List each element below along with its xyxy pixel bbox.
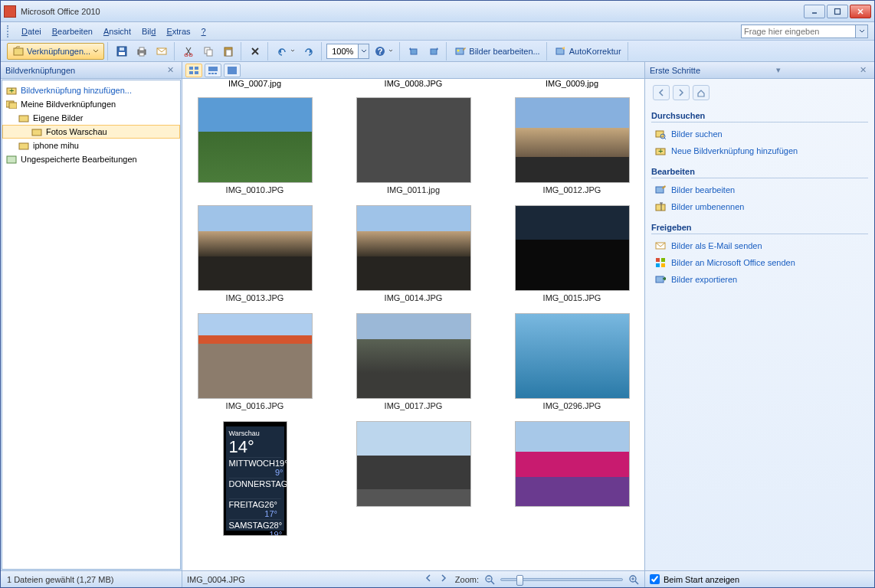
thumbnail[interactable]: IMG_0016.JPG bbox=[184, 310, 326, 413]
copy-icon bbox=[202, 45, 215, 57]
thumbnail[interactable]: IMG_0013.JPG bbox=[184, 202, 326, 305]
help-dropdown[interactable] bbox=[856, 24, 868, 38]
svg-rect-8 bbox=[139, 53, 144, 56]
zoom-slider-handle[interactable] bbox=[516, 575, 523, 586]
thumbnail[interactable]: IMG_0010.JPG bbox=[184, 94, 326, 198]
thumb-image bbox=[515, 97, 630, 183]
thumb-image bbox=[515, 313, 630, 399]
minimize-button[interactable] bbox=[804, 5, 825, 18]
rotate-right-button[interactable] bbox=[424, 43, 443, 60]
svg-rect-35 bbox=[208, 67, 218, 71]
thumbnail[interactable]: IMG_0296.JPG bbox=[501, 310, 643, 413]
rotate-left-button[interactable] bbox=[405, 43, 423, 60]
thumb-label: IMG_0007.jpg bbox=[184, 79, 326, 88]
warsaw-folder-node[interactable]: Fotos Warschau bbox=[2, 125, 180, 139]
left-panel-title: Bildverknüpfungen ✕ bbox=[1, 62, 182, 79]
undo-button[interactable] bbox=[273, 43, 298, 60]
titlebar: Microsoft Office 2010 bbox=[1, 1, 874, 22]
thumb-image bbox=[198, 205, 313, 291]
autocorrect-button[interactable]: AutoKorrektur bbox=[552, 43, 624, 60]
thumbnail[interactable]: Warschau 14° MITTWOCH19° 9° DONNERSTAG22… bbox=[184, 418, 326, 539]
new-shortcut-link[interactable]: +Neue Bildverknüpfung hinzufügen bbox=[651, 142, 868, 159]
back-button[interactable] bbox=[653, 85, 670, 100]
menu-help[interactable]: ? bbox=[196, 25, 211, 38]
thumbnail[interactable]: IMG_0014.JPG bbox=[342, 202, 484, 305]
shortcuts-tree: + Bildverknüpfung hinzufügen... Meine Bi… bbox=[2, 80, 181, 570]
copy-button[interactable] bbox=[199, 43, 218, 60]
add-shortcut-link[interactable]: + Bildverknüpfung hinzufügen... bbox=[2, 83, 180, 97]
zoom-dropdown[interactable] bbox=[358, 44, 369, 58]
thumbnail[interactable] bbox=[342, 418, 484, 539]
zoom-slider[interactable] bbox=[500, 578, 623, 581]
shortcuts-button[interactable]: Verknüpfungen... bbox=[7, 43, 104, 60]
prev-button[interactable] bbox=[424, 574, 435, 585]
status-bar: IMG_0004.JPG Zoom: bbox=[182, 570, 644, 587]
svg-rect-30 bbox=[7, 156, 16, 163]
edit-icon bbox=[454, 45, 467, 57]
close-panel-button[interactable]: ✕ bbox=[164, 65, 177, 75]
thumbnail[interactable] bbox=[501, 418, 643, 539]
svg-rect-27 bbox=[19, 116, 28, 122]
zoom-label: Zoom: bbox=[455, 575, 479, 584]
redo-button[interactable] bbox=[300, 43, 318, 60]
my-shortcuts-node[interactable]: Meine Bildverknüpfungen bbox=[2, 97, 180, 111]
menu-ansicht[interactable]: Ansicht bbox=[98, 25, 136, 38]
delete-button[interactable] bbox=[246, 43, 264, 60]
close-button[interactable] bbox=[850, 5, 871, 18]
email-pictures-link[interactable]: Bilder als E-Mail senden bbox=[651, 237, 868, 254]
thumbnail[interactable]: IMG_0015.JPG bbox=[501, 202, 643, 305]
iphone-node[interactable]: iphone mihu bbox=[2, 139, 180, 152]
thumbnail[interactable]: IMG_0012.JPG bbox=[501, 94, 643, 198]
thumbnail[interactable]: IMG_0017.JPG bbox=[342, 310, 484, 413]
svg-rect-15 bbox=[226, 50, 231, 56]
thumb-image bbox=[356, 97, 471, 183]
zoom-in-button[interactable] bbox=[628, 573, 640, 586]
thumbnail[interactable]: IMG_0011.jpg bbox=[342, 94, 484, 198]
menu-bearbeiten[interactable]: Bearbeiten bbox=[47, 25, 98, 38]
paste-button[interactable] bbox=[219, 43, 238, 60]
help-button[interactable]: ? bbox=[371, 43, 396, 60]
mail-button[interactable] bbox=[152, 43, 171, 60]
maximize-button[interactable] bbox=[827, 5, 848, 18]
save-button[interactable] bbox=[113, 43, 131, 60]
unsaved-edits-node[interactable]: Ungespeicherte Bearbeitungen bbox=[2, 152, 180, 166]
unsaved-icon bbox=[5, 154, 18, 165]
thumb-label: IMG_0008.JPG bbox=[342, 79, 484, 88]
export-pictures-link[interactable]: Bilder exportieren bbox=[651, 271, 868, 288]
thumbnail-area[interactable]: IMG_0007.jpg IMG_0008.JPG IMG_0009.jpg I… bbox=[182, 79, 644, 570]
toolbar: Verknüpfungen... 100% ? Bilder be bbox=[1, 41, 874, 62]
edit-pictures-button[interactable]: Bilder bearbeiten... bbox=[451, 43, 542, 60]
print-button[interactable] bbox=[133, 43, 151, 60]
autocorrect-icon bbox=[555, 45, 567, 57]
close-right-panel-button[interactable]: ✕ bbox=[857, 65, 870, 75]
home-button[interactable] bbox=[693, 85, 710, 100]
send-office-link[interactable]: Bilder an Microsoft Office senden bbox=[651, 254, 868, 271]
svg-point-21 bbox=[457, 49, 460, 51]
thumb-image bbox=[356, 205, 471, 291]
zoom-out-button[interactable] bbox=[483, 573, 496, 586]
thumbnails-view-button[interactable] bbox=[185, 64, 202, 77]
cut-button[interactable] bbox=[179, 43, 198, 60]
section-share: Freigeben bbox=[651, 223, 868, 234]
menu-bild[interactable]: Bild bbox=[136, 25, 161, 38]
mail-icon bbox=[156, 45, 168, 57]
menu-extras[interactable]: Extras bbox=[161, 25, 195, 38]
panel-menu-button[interactable]: ▾ bbox=[773, 65, 784, 75]
forward-button[interactable] bbox=[673, 85, 690, 100]
rename-pictures-link[interactable]: Bilder umbenennen bbox=[651, 198, 868, 215]
edit-pictures-link[interactable]: Bilder bearbeiten bbox=[651, 181, 868, 198]
next-button[interactable] bbox=[440, 574, 451, 585]
search-pictures-link[interactable]: Bilder suchen bbox=[651, 126, 868, 142]
filmstrip-view-button[interactable] bbox=[205, 64, 221, 77]
thumb-image bbox=[198, 313, 313, 399]
show-on-start-checkbox[interactable] bbox=[650, 574, 660, 584]
zoom-input[interactable]: 100% bbox=[326, 44, 369, 59]
mail-icon bbox=[654, 240, 667, 252]
help-search-input[interactable] bbox=[741, 24, 856, 38]
undo-icon bbox=[276, 45, 288, 57]
svg-rect-18 bbox=[411, 49, 417, 54]
single-view-button[interactable] bbox=[224, 64, 241, 77]
rotate-right-icon bbox=[428, 45, 440, 57]
own-pictures-node[interactable]: Eigene Bilder bbox=[2, 111, 180, 125]
menu-datei[interactable]: Datei bbox=[16, 25, 47, 38]
